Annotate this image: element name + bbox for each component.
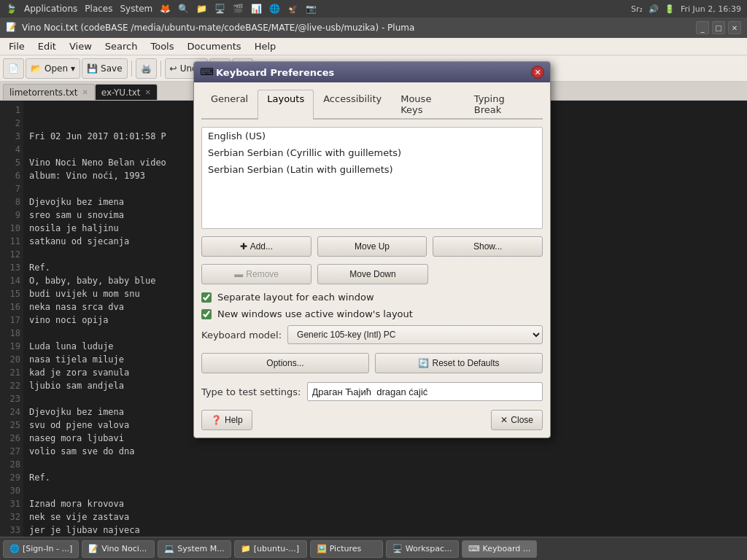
- remove-icon: ▬: [234, 269, 243, 279]
- taskbar-item-files[interactable]: 📁 [ubuntu-...]: [234, 540, 307, 558]
- menu-file[interactable]: File: [3, 39, 31, 53]
- show-button[interactable]: Show...: [433, 236, 543, 257]
- taskbar-icon-keyboard: ⌨️: [468, 544, 480, 553]
- open-dropdown-icon: ▾: [71, 63, 75, 74]
- line-15: neka nasa srca dva: [29, 302, 124, 312]
- menu-help[interactable]: Help: [249, 39, 282, 53]
- line-2: Fri 02 Jun 2017 01:01:58 P: [29, 131, 166, 141]
- menu-view[interactable]: View: [63, 39, 98, 53]
- taskbar: 🌐 [Sign-In - ...] 📝 Vino Noci... 💻 Syste…: [0, 537, 747, 560]
- taskbar-item-pictures[interactable]: 🖼️ Pictures: [310, 540, 383, 558]
- thunderbird-icon: 🦅: [287, 4, 298, 14]
- line-20: kad je zora svanula: [29, 368, 129, 378]
- checkbox-separate-layout: Separate layout for each window: [201, 292, 543, 303]
- taskbar-icon-system: 💻: [164, 544, 174, 553]
- keyboard-model-select[interactable]: Generic 105-key (Intl) PC: [287, 325, 543, 344]
- tab-close-limetorrents[interactable]: ✕: [82, 88, 88, 96]
- taskbar-item-pluma[interactable]: 📝 Vino Noci...: [82, 540, 155, 558]
- taskbar-icon-pluma: 📝: [88, 544, 98, 553]
- line-25: naseg mora ljubavi: [29, 433, 124, 443]
- places-menu[interactable]: Places: [85, 4, 112, 14]
- tab-limetorrents[interactable]: limetorrents.txt ✕: [3, 84, 95, 100]
- task-manager-icon: 📊: [251, 4, 262, 14]
- tab-mouse-keys[interactable]: Mouse Keys: [391, 90, 465, 118]
- taskbar-item-workspace[interactable]: 🖥️ Workspac...: [386, 540, 459, 558]
- menu-documents[interactable]: Documents: [182, 39, 247, 53]
- checkbox-separate-layout-input[interactable]: [201, 292, 212, 303]
- tab-close-exyu[interactable]: ✕: [144, 88, 150, 96]
- taskbar-item-system[interactable]: 💻 System M...: [158, 540, 231, 558]
- help-button[interactable]: ❓ Help: [201, 410, 252, 430]
- layout-buttons-row-1: ✚ Add... Move Up Show...: [201, 236, 543, 257]
- firefox-icon: 🦊: [160, 4, 171, 14]
- checkbox-new-windows: New windows use active window's layout: [201, 308, 543, 319]
- line-14: budi uvijek u mom snu: [29, 289, 140, 299]
- add-icon: ✚: [240, 241, 247, 252]
- dialog-title-bar: ⌨️ Keyboard Preferences ✕: [194, 62, 550, 82]
- terminal-icon: 🖥️: [214, 4, 225, 14]
- line-10: satkanu od sjecanja: [29, 236, 129, 246]
- layout-item-serbian-latin[interactable]: Serbian Serbian (Latin with guillemets): [202, 161, 542, 178]
- files-icon: 📁: [196, 4, 207, 14]
- minimize-button[interactable]: _: [696, 21, 709, 34]
- window-title: Vino Noci.txt (codeBASE /media/ubuntu-ma…: [22, 23, 696, 33]
- window-controls: _ □ ✕: [696, 21, 741, 34]
- keyboard-preferences-dialog: ⌨️ Keyboard Preferences ✕ General Layout…: [193, 61, 551, 438]
- open-button[interactable]: 📂 Open ▾: [26, 58, 80, 79]
- line-30: Iznad mora krovova: [29, 499, 124, 509]
- line-9: nosila je haljinu: [29, 223, 119, 233]
- maximize-button[interactable]: □: [712, 21, 725, 34]
- help-icon: ❓: [211, 415, 222, 425]
- move-up-button[interactable]: Move Up: [317, 236, 427, 257]
- taskbar-item-signin[interactable]: 🌐 [Sign-In - ...]: [3, 540, 79, 558]
- line-21: ljubio sam andjela: [29, 381, 124, 391]
- test-input-row: Type to test settings:: [201, 382, 543, 401]
- line-23: Djevojku bez imena: [29, 407, 124, 417]
- taskbar-item-keyboard[interactable]: ⌨️ Keyboard ...: [462, 540, 538, 558]
- menu-bar: File Edit View Search Tools Documents He…: [0, 38, 747, 55]
- dialog-title: Keyboard Preferences: [216, 67, 531, 78]
- save-button[interactable]: 💾 Save: [82, 58, 127, 79]
- system-menu[interactable]: System: [120, 4, 152, 14]
- test-input[interactable]: [307, 382, 543, 401]
- move-down-button[interactable]: Move Down: [317, 264, 427, 284]
- new-button[interactable]: 📄: [3, 58, 24, 79]
- line-31: nek se vije zastava: [29, 512, 129, 522]
- reset-icon: 🔄: [418, 358, 429, 368]
- remove-layout-button[interactable]: ▬ Remove: [201, 264, 311, 284]
- layouts-list[interactable]: English (US) Serbian Serbian (Cyrillic w…: [201, 127, 543, 229]
- clock: Fri Jun 2, 16:39: [681, 4, 741, 14]
- tab-accessibility[interactable]: Accessibility: [314, 90, 391, 118]
- add-layout-button[interactable]: ✚ Add...: [201, 236, 311, 257]
- close-window-button[interactable]: ✕: [728, 21, 741, 34]
- title-bar: 📝 Vino Noci.txt (codeBASE /media/ubuntu-…: [0, 18, 747, 38]
- line-8: sreo sam u snovima: [29, 210, 124, 220]
- taskbar-icon-workspace: 🖥️: [392, 544, 403, 553]
- checkbox-new-windows-input[interactable]: [201, 309, 212, 319]
- print-button[interactable]: 🖨️: [136, 58, 157, 79]
- menu-tools[interactable]: Tools: [144, 39, 179, 53]
- options-button[interactable]: Options...: [201, 353, 369, 373]
- layout-item-english[interactable]: English (US): [202, 128, 542, 144]
- tab-layouts[interactable]: Layouts: [258, 90, 314, 120]
- dialog-keyboard-icon: ⌨️: [200, 66, 212, 78]
- line-19: nasa tijela miluje: [29, 354, 124, 365]
- tab-general[interactable]: General: [201, 90, 258, 118]
- dialog-tab-bar: General Layouts Accessibility Mouse Keys…: [201, 90, 543, 120]
- reset-defaults-button[interactable]: 🔄 Reset to Defaults: [375, 353, 543, 373]
- line-16: vino noci opija: [29, 315, 108, 325]
- menu-edit[interactable]: Edit: [32, 39, 62, 53]
- line-13: O, baby, baby, baby blue: [29, 276, 155, 286]
- dialog-body: General Layouts Accessibility Mouse Keys…: [194, 82, 550, 438]
- tab-exyu[interactable]: ex-YU.txt ✕: [95, 84, 158, 100]
- layout-item-serbian-cyrillic[interactable]: Serbian Serbian (Cyrillic with guillemet…: [202, 144, 542, 161]
- applications-menu[interactable]: Applications: [24, 4, 77, 14]
- open-icon: 📂: [31, 63, 42, 74]
- dialog-close-btn[interactable]: ✕ Close: [491, 410, 543, 430]
- search-icon: 🔍: [178, 4, 189, 14]
- line-7: Djevojku bez imena: [29, 197, 124, 207]
- dialog-close-button[interactable]: ✕: [531, 66, 544, 79]
- line-18: Luda luna luduje: [29, 341, 114, 351]
- tab-typing-break[interactable]: Typing Break: [465, 90, 543, 118]
- menu-search[interactable]: Search: [99, 39, 144, 53]
